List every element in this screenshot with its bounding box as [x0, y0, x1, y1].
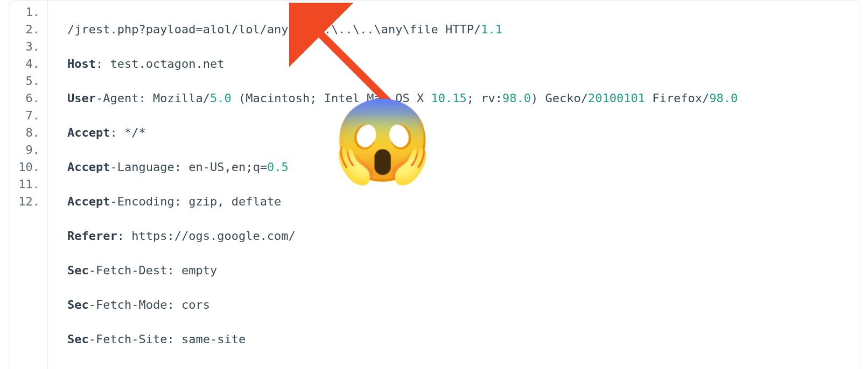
line-number: 3. [9, 38, 47, 55]
http-request-code-block: 1. 2. 3. 4. 5. 6. 7. 8. 9. 10. 11. 12. /… [9, 0, 859, 369]
code-number: 20100101 [588, 91, 645, 105]
code-content: /jrest.php?payload=alol/lol/any\..\..\..… [48, 1, 859, 369]
code-text: -Fetch-Dest: empty [89, 264, 217, 277]
line-number: 10. [9, 159, 47, 176]
line-number: 9. [9, 141, 47, 159]
line-number: 2. [9, 21, 47, 38]
code-text: ) Gecko/ [531, 91, 588, 105]
line-number: 4. [9, 55, 47, 73]
code-text: -Agent: Mozilla/ [96, 91, 210, 105]
code-keyword: Te [67, 367, 82, 369]
code-line: Sec-Fetch-Site: same-site [67, 331, 859, 348]
code-keyword: Accept [67, 126, 110, 139]
code-line: Accept-Language: en-US,en;q=0.5 [67, 159, 859, 176]
code-line: Sec-Fetch-Dest: empty [67, 262, 859, 279]
code-text: -Fetch-Mode: cors [89, 298, 210, 311]
code-number: 1.1 [481, 23, 502, 36]
code-keyword: Accept [67, 195, 110, 208]
line-number: 6. [9, 90, 47, 107]
line-number: 12. [9, 193, 47, 210]
code-text: : trailers [82, 367, 153, 369]
line-number: 5. [9, 73, 47, 90]
code-text: -Fetch-Site: same-site [89, 332, 246, 346]
code-line: /jrest.php?payload=alol/lol/any\..\..\..… [67, 21, 859, 38]
code-text: Firefox/ [645, 91, 709, 105]
code-text: /jrest.php?payload=alol/lol/any\..\..\..… [67, 23, 481, 36]
code-line: Accept-Encoding: gzip, deflate [67, 193, 859, 210]
code-number: 98.0 [709, 91, 738, 105]
code-number: 0.5 [267, 160, 289, 174]
code-keyword: Accept [67, 160, 110, 174]
code-line: User-Agent: Mozilla/5.0 (Macintosh; Inte… [67, 90, 859, 107]
code-line: Accept: */* [67, 124, 859, 141]
code-keyword: Sec [67, 298, 89, 311]
code-text: : https://ogs.google.com/ [117, 229, 296, 243]
code-keyword: Sec [67, 332, 89, 346]
code-line: Referer: https://ogs.google.com/ [67, 228, 859, 245]
code-text: -Encoding: gzip, deflate [110, 195, 281, 208]
code-line: Sec-Fetch-Mode: cors [67, 296, 859, 314]
line-number: 1. [9, 4, 47, 21]
code-keyword: Referer [67, 229, 117, 243]
code-text: : test.octagon.net [96, 57, 224, 70]
code-text: ; rv: [467, 91, 502, 105]
code-number: 10.15 [431, 91, 467, 105]
line-number-gutter: 1. 2. 3. 4. 5. 6. 7. 8. 9. 10. 11. 12. [9, 1, 48, 369]
code-text: : */* [110, 126, 145, 139]
code-keyword: User [67, 91, 96, 105]
code-keyword: Sec [67, 264, 89, 277]
code-line: Host: test.octagon.net [67, 55, 859, 73]
line-number: 8. [9, 124, 47, 141]
code-text: -Language: en-US,en;q= [110, 160, 267, 174]
line-number: 11. [9, 176, 47, 193]
line-number: 7. [9, 107, 47, 124]
code-keyword: Host [67, 57, 96, 70]
scream-emoji-icon: 😱 [332, 100, 433, 181]
code-number: 98.0 [502, 91, 531, 105]
code-line: Te: trailers [67, 365, 859, 369]
code-number: 5.0 [210, 91, 232, 105]
